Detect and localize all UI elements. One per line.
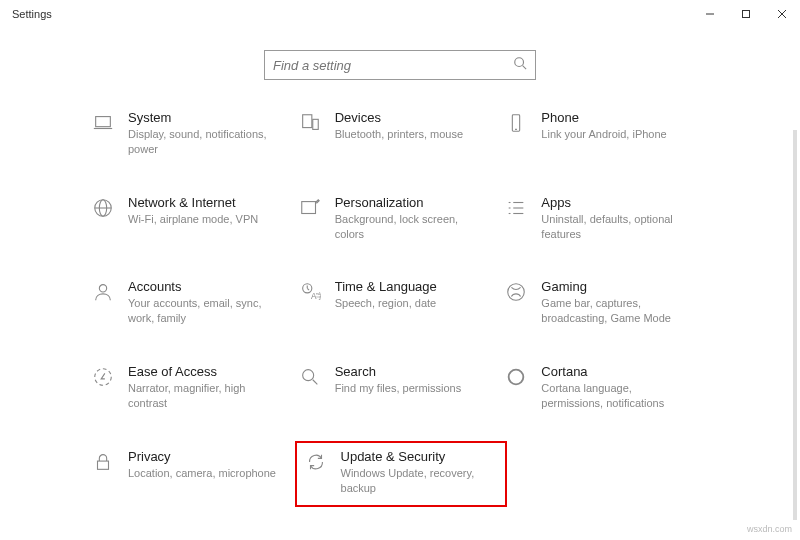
person-icon: [90, 279, 116, 326]
category-desc: Location, camera, microphone: [128, 466, 276, 481]
category-gaming[interactable]: GamingGame bar, captures, broadcasting, …: [503, 279, 710, 326]
categories-grid: SystemDisplay, sound, notifications, pow…: [0, 110, 800, 495]
window-title: Settings: [12, 8, 52, 20]
svg-point-22: [99, 285, 106, 292]
list-icon: [503, 195, 529, 242]
category-title: Accounts: [128, 279, 279, 294]
search-box[interactable]: [264, 50, 536, 80]
vertical-scrollbar[interactable]: [793, 130, 797, 520]
category-ease[interactable]: Ease of AccessNarrator, magnifier, high …: [90, 364, 297, 411]
svg-rect-15: [301, 201, 315, 213]
empty-cell: [497, 449, 710, 496]
category-update-security[interactable]: Update & SecurityWindows Update, recover…: [295, 441, 508, 508]
laptop-icon: [90, 110, 116, 157]
category-phone[interactable]: PhoneLink your Android, iPhone: [503, 110, 710, 157]
svg-point-29: [302, 370, 313, 381]
category-personalization[interactable]: PersonalizationBackground, lock screen, …: [297, 195, 504, 242]
devices-icon: [297, 110, 323, 157]
category-desc: Uninstall, defaults, optional features: [541, 212, 692, 242]
svg-rect-9: [312, 119, 318, 129]
category-title: Apps: [541, 195, 692, 210]
category-title: System: [128, 110, 279, 125]
minimize-button[interactable]: [692, 0, 728, 28]
maximize-button[interactable]: [728, 0, 764, 28]
svg-point-31: [509, 370, 524, 385]
search-container: [0, 50, 800, 80]
ease-of-access-icon: [90, 364, 116, 411]
category-title: Update & Security: [341, 449, 480, 464]
svg-point-27: [508, 284, 525, 301]
category-search[interactable]: SearchFind my files, permissions: [297, 364, 504, 411]
category-desc: Link your Android, iPhone: [541, 127, 666, 142]
category-title: Phone: [541, 110, 666, 125]
xbox-icon: [503, 279, 529, 326]
svg-rect-8: [302, 115, 311, 128]
category-title: Devices: [335, 110, 463, 125]
category-desc: Game bar, captures, broadcasting, Game M…: [541, 296, 692, 326]
watermark: wsxdn.com: [747, 524, 792, 534]
category-desc: Your accounts, email, sync, work, family: [128, 296, 279, 326]
search-icon: [513, 56, 527, 74]
category-title: Time & Language: [335, 279, 437, 294]
svg-line-5: [523, 66, 527, 70]
category-time[interactable]: A字 Time & LanguageSpeech, region, date: [297, 279, 504, 326]
category-cortana[interactable]: CortanaCortana language, permissions, no…: [503, 364, 710, 411]
svg-rect-32: [98, 461, 109, 469]
category-title: Gaming: [541, 279, 692, 294]
category-desc: Background, lock screen, colors: [335, 212, 486, 242]
category-privacy[interactable]: PrivacyLocation, camera, microphone: [90, 449, 303, 496]
category-desc: Bluetooth, printers, mouse: [335, 127, 463, 142]
svg-point-4: [515, 58, 524, 67]
category-title: Personalization: [335, 195, 486, 210]
time-language-icon: A字: [297, 279, 323, 326]
globe-icon: [90, 195, 116, 242]
titlebar-controls: [692, 0, 800, 28]
category-title: Ease of Access: [128, 364, 279, 379]
svg-rect-6: [96, 117, 111, 127]
category-desc: Speech, region, date: [335, 296, 437, 311]
category-desc: Narrator, magnifier, high contrast: [128, 381, 279, 411]
svg-rect-1: [743, 11, 750, 18]
category-title: Network & Internet: [128, 195, 258, 210]
category-title: Search: [335, 364, 462, 379]
titlebar: Settings: [0, 0, 800, 28]
category-desc: Windows Update, recovery, backup: [341, 466, 480, 496]
category-desc: Cortana language, permissions, notificat…: [541, 381, 692, 411]
category-accounts[interactable]: AccountsYour accounts, email, sync, work…: [90, 279, 297, 326]
category-desc: Find my files, permissions: [335, 381, 462, 396]
category-network[interactable]: Network & InternetWi-Fi, airplane mode, …: [90, 195, 297, 242]
category-apps[interactable]: AppsUninstall, defaults, optional featur…: [503, 195, 710, 242]
category-title: Privacy: [128, 449, 276, 464]
phone-icon: [503, 110, 529, 157]
svg-text:A字: A字: [311, 293, 321, 302]
paint-icon: [297, 195, 323, 242]
svg-line-25: [307, 289, 309, 291]
search-input[interactable]: [273, 58, 513, 73]
cortana-icon: [503, 364, 529, 411]
svg-line-30: [312, 380, 317, 385]
category-desc: Wi-Fi, airplane mode, VPN: [128, 212, 258, 227]
category-devices[interactable]: DevicesBluetooth, printers, mouse: [297, 110, 504, 157]
magnifier-icon: [297, 364, 323, 411]
category-title: Cortana: [541, 364, 692, 379]
close-button[interactable]: [764, 0, 800, 28]
category-desc: Display, sound, notifications, power: [128, 127, 279, 157]
category-system[interactable]: SystemDisplay, sound, notifications, pow…: [90, 110, 297, 157]
lock-icon: [90, 449, 116, 496]
sync-icon: [303, 449, 329, 496]
svg-rect-10: [513, 115, 520, 132]
